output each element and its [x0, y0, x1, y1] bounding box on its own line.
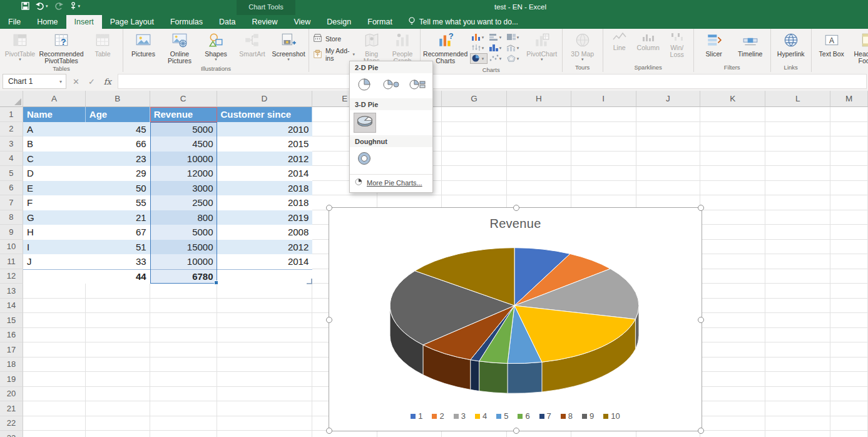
cell-k3[interactable]: [700, 136, 765, 152]
cell-k11[interactable]: [700, 254, 765, 269]
row-header-14[interactable]: 14: [0, 299, 23, 314]
cell-m18[interactable]: [830, 357, 868, 373]
cell-l22[interactable]: [765, 416, 830, 431]
legend-item-5[interactable]: 5: [496, 411, 508, 421]
cell-k7[interactable]: [700, 195, 765, 210]
cell-k16[interactable]: [700, 328, 765, 343]
pictures-button[interactable]: Pictures: [125, 30, 161, 64]
cell-m19[interactable]: [830, 372, 868, 387]
tab-view[interactable]: View: [285, 15, 319, 29]
cell-m15[interactable]: [830, 313, 868, 328]
cell-k10[interactable]: [700, 240, 765, 255]
cell-k8[interactable]: [700, 210, 765, 225]
cell-j23[interactable]: [636, 431, 701, 437]
cell-d4[interactable]: 2012: [217, 152, 313, 167]
confirm-entry-icon[interactable]: ✓: [88, 77, 95, 86]
cell-j5[interactable]: [636, 166, 701, 181]
row-header-19[interactable]: 19: [0, 372, 23, 387]
cell-l3[interactable]: [765, 136, 830, 152]
cell-d10[interactable]: 2012: [217, 240, 313, 255]
cell-b19[interactable]: [86, 372, 150, 387]
cell-k14[interactable]: [700, 299, 765, 314]
column-header-k[interactable]: K: [700, 91, 765, 107]
cell-b23[interactable]: [86, 431, 150, 437]
cell-i6[interactable]: [571, 181, 636, 196]
cell-m21[interactable]: [830, 401, 868, 416]
cell-a20[interactable]: [23, 387, 86, 402]
cell-d22[interactable]: [217, 416, 313, 431]
cell-a16[interactable]: [23, 328, 86, 343]
mini-scatter-button[interactable]: ▾: [488, 53, 505, 64]
cell-c19[interactable]: [150, 372, 217, 387]
cell-k22[interactable]: [700, 416, 765, 431]
menu-pie-2d-option[interactable]: [354, 76, 376, 96]
row-header-23[interactable]: 23: [0, 431, 23, 437]
legend-item-6[interactable]: 6: [518, 411, 529, 421]
cell-l1[interactable]: [765, 107, 830, 122]
chart-selection-handle-3[interactable]: [698, 205, 704, 211]
cell-l10[interactable]: [765, 240, 830, 255]
chart-object[interactable]: Revenue 12345678910: [329, 207, 702, 431]
cell-d16[interactable]: [217, 328, 313, 343]
mini-hierarchy-button[interactable]: ▾: [505, 32, 523, 43]
cell-d18[interactable]: [217, 357, 313, 373]
column-header-h[interactable]: H: [507, 91, 571, 107]
tab-format[interactable]: Format: [359, 15, 401, 29]
cell-a23[interactable]: [23, 431, 86, 437]
row-header-11[interactable]: 11: [0, 254, 23, 269]
cell-b11[interactable]: 33: [86, 254, 150, 269]
cell-c6[interactable]: 3000: [150, 181, 217, 196]
row-header-9[interactable]: 9: [0, 225, 23, 240]
insert-function-icon[interactable]: fx: [104, 77, 111, 86]
mini-combo-button[interactable]: ▾: [505, 43, 523, 53]
row-header-15[interactable]: 15: [0, 313, 23, 328]
cell-l2[interactable]: [765, 122, 830, 137]
tab-page-layout[interactable]: Page Layout: [102, 15, 162, 29]
legend-item-2[interactable]: 2: [432, 411, 444, 421]
tab-data[interactable]: Data: [211, 15, 243, 29]
cell-d15[interactable]: [217, 313, 313, 328]
cell-l5[interactable]: [765, 166, 830, 181]
cell-c7[interactable]: 2500: [150, 195, 217, 210]
column-header-j[interactable]: J: [636, 91, 701, 107]
cell-c16[interactable]: [150, 328, 217, 343]
cell-c21[interactable]: [150, 401, 217, 416]
cell-b20[interactable]: [86, 387, 150, 402]
row-header-5[interactable]: 5: [0, 166, 23, 181]
cell-b18[interactable]: [86, 357, 150, 373]
cell-m20[interactable]: [830, 387, 868, 402]
cell-a18[interactable]: [23, 357, 86, 373]
cell-m2[interactable]: [830, 122, 868, 137]
cell-b8[interactable]: 21: [86, 210, 150, 225]
cell-b15[interactable]: [86, 313, 150, 328]
cell-c14[interactable]: [150, 299, 217, 314]
cell-b16[interactable]: [86, 328, 150, 343]
cell-b4[interactable]: 23: [86, 152, 150, 167]
cell-l4[interactable]: [765, 152, 830, 167]
chart-selection-handle-2[interactable]: [513, 205, 519, 211]
row-header-6[interactable]: 6: [0, 181, 23, 196]
cell-g5[interactable]: [442, 166, 507, 181]
cell-a21[interactable]: [23, 401, 86, 416]
redo-icon[interactable]: [54, 3, 63, 10]
row-header-4[interactable]: 4: [0, 152, 23, 167]
cell-k18[interactable]: [700, 357, 765, 373]
tab-review[interactable]: Review: [243, 15, 285, 29]
cancel-entry-icon[interactable]: ✕: [73, 77, 79, 86]
menu-pie-3d-option[interactable]: [354, 113, 376, 133]
cell-c2[interactable]: 5000: [150, 122, 217, 137]
cell-f23[interactable]: [377, 431, 442, 437]
cell-l9[interactable]: [765, 225, 830, 240]
cell-d2[interactable]: 2010: [217, 122, 313, 137]
undo-icon[interactable]: ▾: [36, 3, 48, 10]
cell-d21[interactable]: [217, 401, 313, 416]
cell-d11[interactable]: 2014: [217, 254, 313, 269]
cell-a9[interactable]: H: [23, 225, 86, 240]
cell-l13[interactable]: [765, 284, 830, 299]
cell-a8[interactable]: G: [23, 210, 86, 225]
store-button[interactable]: Store: [312, 33, 355, 44]
cell-k4[interactable]: [700, 152, 765, 167]
cell-d23[interactable]: [217, 431, 313, 437]
cell-m4[interactable]: [830, 152, 868, 167]
cell-j2[interactable]: [636, 122, 701, 137]
